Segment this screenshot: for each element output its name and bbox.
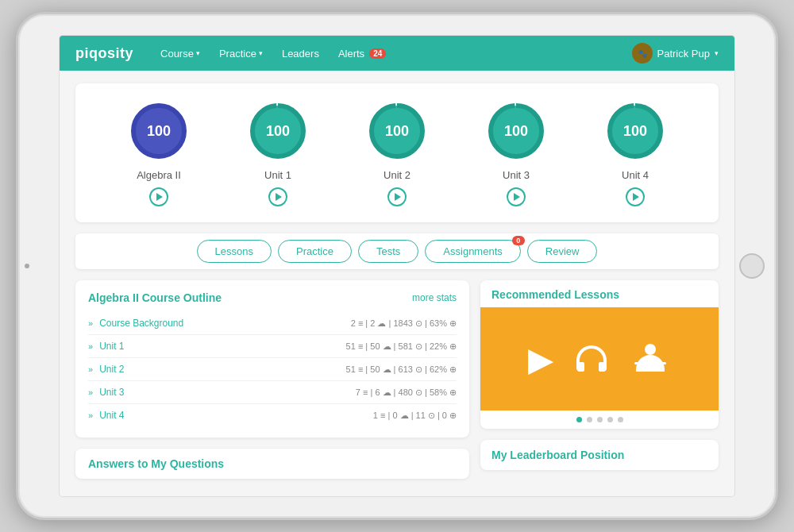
outline-item-name: Unit 1 <box>99 341 171 352</box>
nav-user[interactable]: 🐾 Patrick Pup ▾ <box>632 43 719 64</box>
outline-item-stats: 2 ≡ | 2 ☁ | 1843 ⊙ | 63% ⊕ <box>351 318 457 329</box>
left-panel: Algebra II Course Outline more stats » C… <box>75 280 469 479</box>
circle-value-unit3: 100 <box>504 123 528 140</box>
circle-label-algebra: Algebra II <box>137 169 181 181</box>
leaderboard-card: My Leaderboard Position <box>480 440 719 470</box>
table-row[interactable]: » Unit 1 51 ≡ | 50 ☁ | 581 ⊙ | 22% ⊕ <box>88 335 457 358</box>
navbar: piqosity Course ▾ Practice ▾ Leaders Ale… <box>60 36 734 71</box>
answers-title: Answers to My Questions <box>88 457 224 470</box>
assignments-badge: 0 <box>512 236 525 245</box>
outline-item-stats: 51 ≡ | 50 ☁ | 613 ⊙ | 62% ⊕ <box>346 364 457 375</box>
tablet-frame: piqosity Course ▾ Practice ▾ Leaders Ale… <box>16 12 778 520</box>
circle-unit1: 100 <box>246 99 310 163</box>
recommended-title: Recommended Lessons <box>480 280 719 307</box>
course-outline-title: Algebra II Course Outline <box>88 291 222 304</box>
main-content: 100 Algebra II 100 Unit 1 <box>60 71 734 496</box>
recommended-banner: ▶ <box>480 307 719 411</box>
circle-unit4: 100 <box>603 99 667 163</box>
avatar: 🐾 <box>632 43 653 64</box>
play-button-unit2[interactable] <box>387 187 407 206</box>
play-icon: ▶ <box>528 340 553 379</box>
outline-item-name: Unit 3 <box>99 387 171 398</box>
leaderboard-title: My Leaderboard Position <box>491 449 624 461</box>
chevron-down-icon: ▾ <box>196 49 200 57</box>
bottom-section: Algebra II Course Outline more stats » C… <box>75 280 719 479</box>
course-outline-header: Algebra II Course Outline more stats <box>88 291 457 304</box>
circle-value-unit2: 100 <box>385 123 409 140</box>
dot-5[interactable] <box>618 417 623 422</box>
chevron-down-icon: ▾ <box>715 49 719 57</box>
svg-point-10 <box>645 344 656 355</box>
table-row[interactable]: » Unit 4 1 ≡ | 0 ☁ | 11 ⊙ | 0 ⊕ <box>88 404 457 426</box>
play-button-algebra[interactable] <box>149 187 168 206</box>
right-panel: Recommended Lessons ▶ <box>480 280 719 479</box>
chevron-down-icon: ▾ <box>259 49 263 57</box>
outline-item-stats: 51 ≡ | 50 ☁ | 581 ⊙ | 22% ⊕ <box>346 341 457 352</box>
outline-item-name: Unit 4 <box>99 410 171 421</box>
expand-icon: » <box>88 341 93 351</box>
expand-icon: » <box>88 411 93 420</box>
circle-unit3: 100 <box>484 99 548 163</box>
expand-icon: » <box>88 364 93 374</box>
nav-item-course[interactable]: Course ▾ <box>152 43 208 64</box>
nav-item-practice[interactable]: Practice ▾ <box>211 43 271 64</box>
recommended-card: Recommended Lessons ▶ <box>480 280 719 429</box>
expand-icon: » <box>88 387 93 397</box>
svg-rect-11 <box>634 362 666 364</box>
outline-item-stats: 1 ≡ | 0 ☁ | 11 ⊙ | 0 ⊕ <box>373 411 457 421</box>
tab-lessons[interactable]: Lessons <box>197 240 272 263</box>
dot-1[interactable] <box>576 417 582 422</box>
circle-label-unit4: Unit 4 <box>622 169 649 181</box>
tabs-row: Lessons Practice Tests Assignments 0 Rev… <box>75 233 719 269</box>
progress-item-algebra: 100 Algebra II <box>127 99 191 206</box>
circle-unit2: 100 <box>365 99 429 163</box>
headphones-icon <box>572 343 611 375</box>
nav-logo: piqosity <box>75 45 133 62</box>
home-button[interactable] <box>739 253 765 279</box>
circle-label-unit2: Unit 2 <box>384 169 410 181</box>
reader-icon <box>630 341 671 376</box>
dot-3[interactable] <box>597 417 603 422</box>
table-row[interactable]: » Course Background 2 ≡ | 2 ☁ | 1843 ⊙ |… <box>88 312 457 335</box>
tab-review[interactable]: Review <box>527 240 598 263</box>
expand-icon: » <box>88 318 93 328</box>
dot-4[interactable] <box>607 417 613 422</box>
outline-item-stats: 7 ≡ | 6 ☁ | 480 ⊙ | 58% ⊕ <box>356 387 457 398</box>
side-button <box>25 264 29 268</box>
progress-card: 100 Algebra II 100 Unit 1 <box>75 83 719 222</box>
outline-item-name: Unit 2 <box>99 364 171 375</box>
play-button-unit3[interactable] <box>507 187 526 206</box>
progress-item-unit3: 100 Unit 3 <box>484 99 548 206</box>
banner-dots <box>480 411 719 429</box>
tab-tests[interactable]: Tests <box>358 240 418 263</box>
nav-items: Course ▾ Practice ▾ Leaders Alerts 24 <box>152 43 632 64</box>
nav-item-leaders[interactable]: Leaders <box>274 43 327 64</box>
circle-value-algebra: 100 <box>147 123 171 140</box>
nav-item-alerts[interactable]: Alerts 24 <box>330 43 394 64</box>
dot-2[interactable] <box>587 417 592 422</box>
answers-card: Answers to My Questions <box>75 449 469 479</box>
progress-item-unit4: 100 Unit 4 <box>603 99 667 206</box>
course-outline-card: Algebra II Course Outline more stats » C… <box>75 280 469 438</box>
table-row[interactable]: » Unit 2 51 ≡ | 50 ☁ | 613 ⊙ | 62% ⊕ <box>88 358 457 381</box>
circle-value-unit4: 100 <box>623 123 647 140</box>
circle-label-unit1: Unit 1 <box>264 169 291 181</box>
tab-assignments[interactable]: Assignments 0 <box>425 240 520 263</box>
circle-algebra: 100 <box>127 99 191 163</box>
alerts-badge: 24 <box>369 48 386 59</box>
progress-item-unit1: 100 Unit 1 <box>246 99 310 206</box>
progress-item-unit2: 100 Unit 2 <box>365 99 429 206</box>
table-row[interactable]: » Unit 3 7 ≡ | 6 ☁ | 480 ⊙ | 58% ⊕ <box>88 381 457 404</box>
play-button-unit4[interactable] <box>626 187 645 206</box>
play-button-unit1[interactable] <box>268 187 287 206</box>
circle-value-unit1: 100 <box>266 123 290 140</box>
tab-practice[interactable]: Practice <box>278 240 352 263</box>
more-stats-link[interactable]: more stats <box>412 292 457 303</box>
outline-item-name: Course Background <box>99 318 183 329</box>
screen: piqosity Course ▾ Practice ▾ Leaders Ale… <box>60 36 734 496</box>
circle-label-unit3: Unit 3 <box>503 169 530 181</box>
